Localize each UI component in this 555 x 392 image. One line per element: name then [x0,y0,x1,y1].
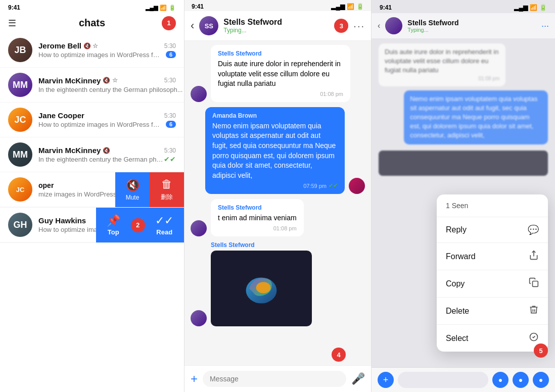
conversation-panel: 9:41 ▂▄▆ 📶 🔋 ‹ SS Stells Stefword Typing… [184,0,372,392]
top-read-row: GH Guy Hawkins How to optimize images in… [0,208,184,243]
action-overlay: 📌 Top 2 ✓✓ Read [96,208,184,242]
mute-icon-jerome: 🔇 ☆ [83,42,98,50]
read-label: Read [156,228,172,236]
status-icons-middle: ▂▄▆ 📶 🔋 [331,3,364,10]
chat-preview-jerome: How to optimize images in WordPress for.… [38,51,162,59]
chat-item-marvin2[interactable]: MM Marvin McKinney 🔇 5:30 In the eightee… [0,137,184,172]
context-item-forward[interactable]: Forward [437,243,548,270]
msg-time-1: 01:08 pm [218,91,343,97]
msg-text-1: Duis aute irure dolor in reprehenderit i… [218,59,343,89]
wifi-icon-right: 📶 [530,4,537,11]
top-action-button[interactable]: 📌 Top [107,214,120,236]
delete-label: Delete [446,307,469,316]
msg-sender-1: Stells Stefword [218,50,343,57]
delivered-check-icon: ✔✔ [329,182,338,189]
signal-icon-right: ▂▄▆ [514,4,528,11]
wifi-icon-mid: 📶 [347,3,354,10]
right-image-placeholder [379,151,548,176]
conversation-header: ‹ SS Stells Stefword Typing... 3 ··· [184,11,371,41]
copy-label: Copy [446,279,465,288]
context-item-reply[interactable]: Reply 💬 [437,217,548,243]
right-contact-status: Typing... [407,27,458,33]
chat-preview-marvin1: In the eighteenth century the German phi… [38,86,182,93]
contact-status: Typing... [223,27,329,34]
reply-label: Reply [446,225,467,234]
top-icon: 📌 [107,214,120,227]
voice-message-button[interactable]: 🎤 [351,372,365,385]
delete-label: 删除 [161,193,173,202]
chat-preview-jane: How to optimize images in WordPress for.… [38,121,162,128]
chat-name-jane: Jane Cooper [38,111,84,120]
notification-badge-5: 5 [534,344,548,358]
chats-list-panel: 9:41 ▂▄▆ 📶 🔋 ☰ chats 1 JB Jerome Bell 🔇 … [0,0,184,392]
notification-badge-4: 4 [332,348,346,362]
copy-icon [529,277,539,290]
right-add-button[interactable]: + [378,372,394,388]
chat-time-marvin2: 5:30 [164,147,176,154]
context-item-select[interactable]: Select [437,325,548,352]
context-item-delete[interactable]: Delete [437,298,548,325]
right-more-options: ··· [541,21,549,31]
chat-name-marvin2: Marvin McKinney 🔇 [38,146,110,155]
avatar-marvin2: MM [8,142,32,167]
avatar-guy: GH [8,213,32,237]
status-bar-left: 9:41 ▂▄▆ 📶 🔋 [0,0,184,13]
right-msg-in-1: Duis aute irure dolor in reprehenderit i… [379,43,505,86]
add-attachment-button[interactable]: + [191,372,198,386]
reply-icon: 💬 [528,224,539,235]
right-send-button-2[interactable]: ● [513,372,529,388]
right-contact-name: Stells Stefword [407,19,458,27]
notification-badge-3: 3 [334,19,348,33]
status-bar-middle: 9:41 ▂▄▆ 📶 🔋 [184,0,371,11]
chat-item-jerome[interactable]: JB Jerome Bell 🔇 ☆ 5:30 How to optimize … [0,33,184,68]
top-label: Top [108,228,119,236]
message-row-4: Stells Stefword [191,241,365,326]
mute-action-button[interactable]: 🔇 Mute [115,172,150,207]
msg-sender-4: Stells Stefword [211,241,312,249]
context-item-seen: 1 Seen [437,194,548,217]
chat-name-marvin1: Marvin McKinney 🔇 ☆ [38,76,118,85]
avatar-msg1 [191,86,207,102]
right-send-button-3[interactable]: ● [533,372,549,388]
chat-item-jane[interactable]: JC Jane Cooper 5:30 How to optimize imag… [0,103,184,137]
badge-jerome: 6 [166,51,176,58]
mute-icon-marvin1: 🔇 ☆ [103,77,117,84]
battery-icon-right: 🔋 [539,4,547,11]
time-middle: 9:41 [192,3,204,10]
back-button[interactable]: ‹ [191,19,194,32]
signal-icon-mid: ▂▄▆ [331,3,345,10]
message-input[interactable] [203,371,346,387]
chat-item-marvin1[interactable]: MM Marvin McKinney 🔇 ☆ 5:30 In the eight… [0,68,184,103]
seen-label: 1 Seen [446,202,468,210]
context-menu: 1 Seen Reply 💬 Forward Copy [437,194,548,352]
right-send-button-1[interactable]: ● [492,372,508,388]
select-label: Select [446,334,468,343]
svg-point-1 [256,282,271,293]
right-dots-icon[interactable]: ··· [541,21,549,31]
right-msg-text-in-1: Duis aute irure dolor in reprehenderit i… [385,47,499,75]
read-action-button[interactable]: ✓✓ Read [155,214,173,236]
notification-badge-1: 1 [162,16,176,30]
delete-action-button[interactable]: 🗑 删除 [150,172,184,207]
right-input-field-placeholder[interactable] [398,372,488,388]
chat-time-marvin1: 5:30 [164,77,176,84]
avatar-msg4 [191,310,207,326]
chat-name-jerome: Jerome Bell 🔇 ☆ [38,41,98,50]
message-row-2: Amanda Brown Nemo enim ipsam voluptatem … [191,107,365,194]
context-item-copy[interactable]: Copy [437,270,548,298]
mute-icon-marvin2: 🔇 [103,147,110,154]
read-check-icon: ✔✔ [164,155,176,163]
more-options-button[interactable]: ··· [353,20,365,32]
select-icon [529,332,539,345]
chat-name-guy: Guy Hawkins [38,216,86,225]
message-input-bar: + 🎤 4 [184,365,371,392]
message-bubble-4: Stells Stefword [211,241,312,326]
message-row-1: Stells Stefword Duis aute irure dolor in… [191,45,365,102]
time-right: 9:41 [380,4,392,11]
read-icon: ✓✓ [155,214,173,227]
avatar-jerome: JB [8,38,32,62]
status-icons-right: ▂▄▆ 📶 🔋 [514,4,547,11]
chat-list: JB Jerome Bell 🔇 ☆ 5:30 How to optimize … [0,33,184,392]
hamburger-menu-icon[interactable]: ☰ [8,18,16,29]
delete-icon-ctx [529,305,539,317]
